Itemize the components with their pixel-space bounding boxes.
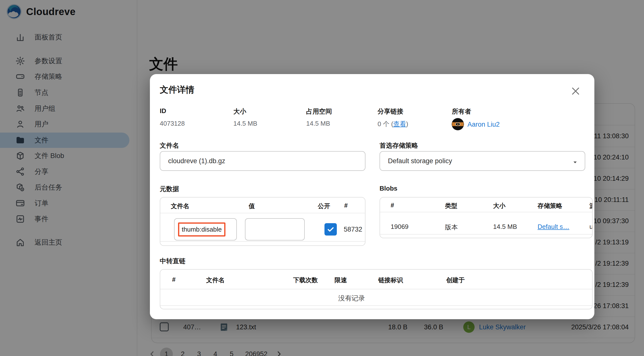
file-details-modal: 文件详情 ID 4073128 大小 14.5 MB 占用空间 14.5 MB … (150, 74, 594, 319)
divider (380, 212, 592, 212)
blobs-header-source: 源 (590, 202, 593, 210)
metadata-table: 文件名 值 公开 # thumb:disable 58732 (160, 197, 366, 246)
links-header-token: 链接标识 (378, 276, 403, 284)
stat-size-label: 大小 (233, 107, 246, 116)
owner-link[interactable]: Aaron Liu2 (468, 121, 500, 128)
policy-label: 首选存储策略 (380, 141, 418, 150)
chevron-down-icon (572, 159, 578, 166)
links-header-id: # (172, 276, 176, 283)
metadata-header-value: 值 (249, 202, 255, 210)
stat-size-value: 14.5 MB (233, 120, 257, 128)
close-icon[interactable] (570, 86, 581, 97)
stat-space-label: 占用空间 (306, 107, 332, 116)
stat-id-label: ID (160, 107, 166, 115)
blob-source-cell: u (590, 223, 593, 230)
owner-avatar (451, 118, 464, 131)
divider (160, 306, 592, 306)
filename-value: cloudreve (1).db.gz (168, 157, 225, 165)
divider (160, 241, 365, 242)
blob-policy-link[interactable]: Default s… (538, 223, 570, 230)
stat-shares-label: 分享链接 (378, 107, 403, 116)
stat-id-value: 4073128 (160, 120, 185, 128)
cloudreve-admin-page: Cloudreve 面板首页 参数设置 存储策略 节点 用户组 用户 文件 (0, 0, 644, 356)
blobs-header-policy: 存储策略 (538, 202, 562, 210)
stat-owner-label: 所有者 (452, 107, 471, 116)
metadata-header-id: # (344, 202, 348, 209)
metadata-header-name: 文件名 (171, 202, 190, 210)
blobs-section-label: Blobs (380, 185, 397, 192)
stat-shares-value: 0 个 (查看) (378, 120, 408, 128)
public-checkbox[interactable] (324, 223, 337, 236)
divider (160, 289, 592, 289)
metadata-value-input[interactable] (245, 218, 305, 240)
policy-select[interactable]: Default storage policy (380, 151, 585, 171)
blob-size-cell: 14.5 MB (493, 223, 517, 230)
links-header-name: 文件名 (206, 276, 225, 284)
blob-type-cell: 版本 (445, 223, 458, 232)
filename-input[interactable]: cloudreve (1).db.gz (160, 151, 366, 171)
no-records-message: 没有记录 (170, 294, 533, 303)
blobs-header-type: 类型 (445, 202, 457, 210)
metadata-key-input[interactable]: thumb:disable (174, 218, 237, 240)
shares-suffix: ) (406, 120, 408, 128)
blob-id-cell: 19069 (391, 223, 408, 230)
view-shares-link[interactable]: 查看 (393, 120, 406, 128)
divider (380, 234, 592, 234)
metadata-id-cell: 58732 (344, 226, 362, 233)
direct-links-table: # 文件名 下载次数 限速 链接标识 创建于 没有记录 (160, 269, 593, 309)
links-header-speed: 限速 (334, 276, 347, 284)
blobs-header-id: # (391, 202, 394, 209)
modal-title: 文件详情 (160, 84, 194, 96)
blobs-table: # 类型 大小 存储策略 源 19069 版本 14.5 MB Default … (380, 197, 593, 238)
highlight-box: thumb:disable (178, 222, 226, 236)
shares-count: 0 个 ( (378, 120, 393, 128)
divider (160, 213, 365, 213)
links-header-created: 创建于 (446, 276, 465, 284)
direct-links-section-label: 中转直链 (160, 257, 186, 266)
filename-label: 文件名 (160, 141, 179, 150)
blobs-header-size: 大小 (493, 202, 506, 210)
links-header-downloads: 下载次数 (293, 276, 318, 284)
metadata-section-label: 元数据 (160, 185, 179, 193)
policy-selected-value: Default storage policy (388, 157, 452, 165)
stat-space-value: 14.5 MB (306, 120, 330, 128)
metadata-header-public: 公开 (318, 202, 330, 210)
